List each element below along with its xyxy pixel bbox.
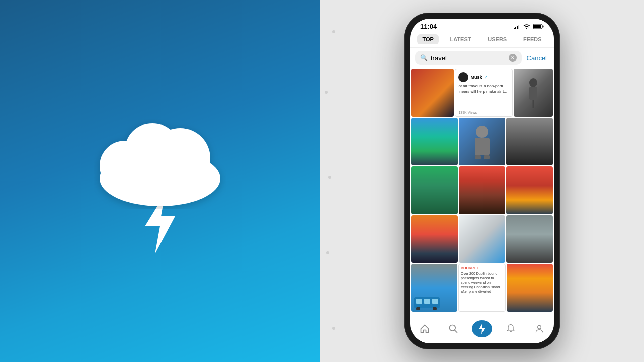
grid-cell-bridge[interactable] — [506, 215, 553, 263]
decorative-dot — [332, 30, 335, 33]
content-grid: Musk ✓ of air travel is a non-parti... i… — [410, 68, 554, 316]
grid-cell-bw1[interactable] — [514, 69, 553, 117]
decorative-dot — [328, 176, 331, 179]
app-icon — [79, 108, 240, 254]
cloud-icon — [79, 108, 240, 209]
status-bar: 11:04 — [410, 19, 554, 32]
grid-row-3 — [411, 166, 553, 214]
flash-nav-icon — [477, 323, 487, 334]
svg-rect-12 — [533, 25, 541, 28]
grid-row-2 — [411, 118, 553, 165]
svg-point-3 — [125, 123, 180, 178]
grid-cell-tweet[interactable]: Musk ✓ of air travel is a non-parti... i… — [455, 69, 513, 117]
phone-frame: 11:04 — [404, 13, 560, 349]
decorative-dot — [326, 251, 329, 254]
search-nav-icon — [448, 324, 458, 334]
home-icon — [420, 324, 430, 334]
tab-feeds[interactable]: FEEDS — [518, 34, 547, 44]
svg-rect-17 — [475, 138, 490, 155]
nav-home[interactable] — [415, 320, 435, 337]
nav-flash[interactable] — [472, 320, 492, 337]
grid-cell-sunset1[interactable] — [411, 69, 454, 117]
status-time: 11:04 — [420, 23, 437, 30]
svg-point-13 — [529, 78, 537, 87]
tweet-avatar — [458, 72, 468, 82]
svg-rect-18 — [475, 155, 481, 159]
decorative-dot — [332, 327, 335, 330]
phone-screen: 11:04 — [410, 19, 554, 343]
tweet-stats: 139K Views — [458, 111, 477, 114]
clear-search-button[interactable]: ✕ — [509, 54, 517, 62]
grid-cell-snow[interactable] — [459, 215, 506, 263]
nav-profile[interactable] — [529, 320, 549, 337]
decorative-dot — [325, 90, 328, 94]
search-bar: 🔍 travel ✕ Cancel — [410, 48, 554, 68]
tab-bar-top: TOP LATEST USERS FEEDS — [410, 32, 554, 48]
grid-cell-person[interactable] — [459, 118, 506, 165]
search-icon: 🔍 — [420, 54, 428, 61]
profile-icon — [534, 324, 544, 334]
grid-row-1: Musk ✓ of air travel is a non-parti... i… — [411, 69, 553, 117]
search-text: travel — [431, 54, 506, 62]
wifi-icon — [523, 24, 530, 29]
svg-point-16 — [476, 126, 488, 138]
left-panel — [0, 0, 320, 362]
svg-rect-23 — [432, 299, 438, 304]
right-panel: 11:04 — [320, 0, 644, 362]
cancel-search-button[interactable]: Cancel — [525, 54, 549, 62]
svg-rect-19 — [484, 155, 490, 159]
grid-cell-redsunset[interactable] — [506, 166, 553, 214]
svg-point-29 — [538, 325, 541, 329]
tweet-body: of air travel is a non-parti... ineers w… — [458, 84, 509, 95]
signal-icon — [514, 24, 521, 29]
grid-cell-water-sunset[interactable] — [459, 166, 506, 214]
grid-cell-mountain2[interactable] — [411, 166, 458, 214]
grid-row-4 — [411, 215, 553, 263]
news-headline: Over 200 Dublin-bound passengers forced … — [461, 271, 503, 294]
nav-search[interactable] — [443, 320, 463, 337]
tab-latest[interactable]: LATEST — [445, 34, 476, 44]
bell-icon — [506, 324, 516, 334]
svg-rect-5 — [514, 28, 515, 29]
svg-marker-28 — [479, 323, 485, 334]
svg-rect-11 — [543, 26, 544, 28]
grid-cell-city-bus[interactable] — [411, 264, 457, 312]
grid-cell-beach[interactable] — [411, 215, 458, 263]
tweet-name: Musk — [470, 75, 482, 80]
battery-icon — [533, 24, 544, 29]
status-icons — [514, 24, 544, 29]
knight-silhouette — [523, 78, 543, 108]
nav-notifications[interactable] — [501, 320, 521, 337]
grid-row-5: BOOKRET Over 200 Dublin-bound passengers… — [411, 264, 553, 312]
svg-line-27 — [455, 330, 457, 333]
grid-cell-road[interactable] — [506, 118, 553, 165]
svg-rect-22 — [424, 299, 430, 304]
svg-rect-8 — [518, 25, 519, 29]
tweet-verified: ✓ — [484, 75, 488, 80]
tab-top[interactable]: TOP — [417, 34, 438, 44]
news-card: BOOKRET Over 200 Dublin-bound passengers… — [459, 264, 505, 311]
svg-point-9 — [526, 28, 527, 29]
grid-cell-mountain1[interactable] — [411, 118, 458, 165]
svg-rect-6 — [515, 27, 516, 29]
svg-rect-14 — [529, 87, 537, 100]
search-input-container[interactable]: 🔍 travel ✕ — [415, 51, 522, 65]
news-source: BOOKRET — [461, 266, 503, 270]
svg-rect-7 — [517, 26, 518, 29]
tweet-header: Musk ✓ — [458, 72, 509, 82]
svg-rect-21 — [416, 299, 422, 304]
bottom-nav — [410, 316, 554, 343]
bus-icon — [413, 295, 441, 310]
tab-users[interactable]: USERS — [482, 34, 512, 44]
grid-cell-news[interactable]: BOOKRET Over 200 Dublin-bound passengers… — [458, 264, 506, 312]
grid-cell-ocean[interactable] — [507, 264, 553, 312]
person-silhouette — [471, 124, 494, 159]
